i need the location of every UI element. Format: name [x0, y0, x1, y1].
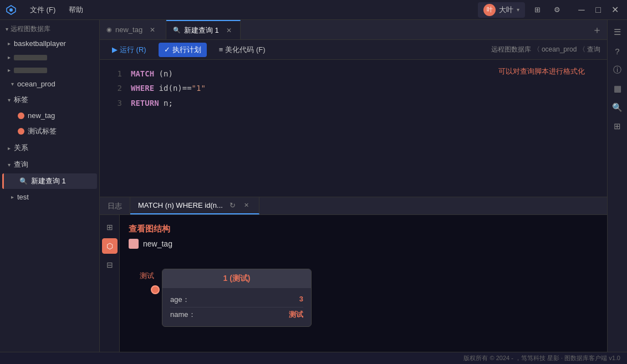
sidebar-item-query[interactable]: ▾ 查询	[2, 157, 97, 172]
sidebar-label-ocean-prod: ocean_prod	[17, 80, 55, 88]
rs-table-icon[interactable]: ▦	[610, 81, 625, 96]
run-button[interactable]: ▶ 运行 (R)	[106, 43, 152, 57]
search-icon: 🔍	[173, 27, 181, 34]
right-panel: ◉ new_tag ✕ 🔍 新建查询 1 ✕ ＋ ▶ 运行 (R) ✓ 执行计划	[100, 20, 607, 352]
bottom-tab-close[interactable]: ✕	[242, 201, 251, 210]
legend-label: new_tag	[143, 239, 172, 248]
menu-file[interactable]: 文件 (F)	[24, 3, 61, 17]
code-line-3: 3 RETURN n;	[100, 96, 607, 110]
code-editor[interactable]: 可以对查询脚本进行格式化 1 MATCH (n) 2 WHERE id(n)==…	[100, 60, 607, 197]
tab-label-new-query: 新建查询 1	[184, 25, 219, 35]
sidebar-label-test-tag: 测试标签	[28, 126, 57, 136]
sidebar-section-remote-label: 远程图数据库	[11, 24, 50, 34]
sidebar-item-gray2[interactable]: ▸	[2, 64, 97, 76]
search-icon: 🔍	[19, 177, 28, 185]
graph-content: 查看图结构 new_tag 测试 1 (测试)	[120, 215, 607, 352]
sidebar-label-tags: 标签	[14, 95, 28, 105]
user-menu[interactable]: 叶 大叶 ▾	[478, 2, 525, 18]
tooltip-value-name: 测试	[289, 310, 303, 320]
sidebar-item-test[interactable]: ▸ test	[2, 190, 97, 204]
node-label: 测试	[140, 271, 154, 281]
run-icon: ▶	[112, 45, 118, 54]
editor-area: 可以对查询脚本进行格式化 1 MATCH (n) 2 WHERE id(n)==…	[100, 60, 607, 352]
pin-icon[interactable]: ⊞	[529, 2, 545, 18]
format-icon: ≡	[219, 45, 223, 54]
sidebar-section-remote[interactable]: ▾ 远程图数据库	[0, 20, 99, 36]
tooltip-key-name: name：	[170, 310, 196, 320]
line-number-2: 2	[109, 82, 122, 94]
bottom-panel: 日志 MATCH (n) WHERE id(n... ↻ ✕ ⊞ ⬡ ⊟	[100, 197, 607, 352]
tab-new-tag[interactable]: ◉ new_tag ✕	[100, 20, 166, 39]
chevron-down-icon: ▾	[8, 97, 11, 103]
sidebar-label-relation: 关系	[14, 143, 28, 153]
run-label: 运行 (R)	[120, 45, 146, 55]
sidebar-item-relation[interactable]: ▸ 关系	[2, 140, 97, 156]
node-area: 测试 1 (测试) age： 3 na	[129, 258, 598, 343]
tab-add-button[interactable]: ＋	[587, 20, 607, 39]
rs-search-icon[interactable]: 🔍	[610, 100, 625, 115]
code-line-2: 2 WHERE id(n)=="1"	[100, 81, 607, 95]
main-layout: ▾ 远程图数据库 ▸ basketballplayer ▸ ▸ ▾ ocean_…	[0, 20, 627, 352]
svg-point-1	[9, 8, 13, 12]
tooltip-row-age: age： 3	[170, 293, 303, 307]
graph-view-icon[interactable]: ⬡	[102, 238, 118, 254]
sidebar-item-tags[interactable]: ▾ 标签	[2, 92, 97, 107]
format-tooltip: 可以对查询脚本进行格式化	[498, 66, 585, 76]
tooltip-row-name: name： 测试	[170, 307, 303, 322]
close-button[interactable]: ✕	[607, 2, 623, 18]
refresh-icon[interactable]: ↻	[226, 201, 239, 209]
window-controls: ─ □ ✕	[574, 2, 623, 18]
rs-help-icon[interactable]: ?	[610, 43, 625, 59]
breadcrumb: 远程图数据库 〈 ocean_prod 〈 查询	[491, 45, 600, 54]
tab-close-new-query[interactable]: ✕	[225, 26, 233, 35]
settings-icon[interactable]: ⚙	[549, 2, 565, 18]
chevron-down-icon: ▾	[517, 7, 519, 13]
node-tooltip: 1 (测试) age： 3 name： 测试	[162, 269, 312, 327]
tab-new-query[interactable]: 🔍 新建查询 1 ✕	[166, 20, 241, 39]
sidebar-item-ocean-prod[interactable]: ▾ ocean_prod	[2, 77, 97, 91]
chevron-right-icon: ▸	[8, 145, 11, 151]
sidebar-label-basketball: basketballplayer	[14, 39, 66, 48]
node-dot[interactable]	[151, 285, 160, 294]
line-number-1: 1	[109, 68, 122, 80]
toolbar: ▶ 运行 (R) ✓ 执行计划 ≡ 美化代码 (F) 远程图数据库 〈 ocea…	[100, 40, 607, 60]
avatar: 叶	[483, 4, 496, 16]
maximize-button[interactable]: □	[590, 2, 606, 18]
bottom-tab-query[interactable]: MATCH (n) WHERE id(n... ↻ ✕	[130, 197, 259, 214]
beautify-button[interactable]: ≡ 美化代码 (F)	[213, 43, 271, 57]
beautify-label: 美化代码 (F)	[225, 45, 265, 55]
circle-icon: ◉	[106, 26, 112, 33]
menu-bar: 文件 (F) 帮助	[24, 3, 89, 17]
minimize-button[interactable]: ─	[574, 2, 589, 18]
code-text-2: WHERE id(n)=="1"	[131, 82, 206, 94]
rs-info-icon[interactable]: ⓘ	[610, 62, 625, 78]
title-bar: 文件 (F) 帮助 叶 大叶 ▾ ⊞ ⚙ ─ □ ✕	[0, 0, 627, 20]
gray-label-1	[14, 55, 47, 60]
user-name: 大叶	[499, 5, 513, 15]
chevron-down-icon: ▾	[8, 162, 11, 168]
table-icon[interactable]: ⊞	[102, 219, 118, 235]
menu-help[interactable]: 帮助	[63, 3, 89, 17]
tab-label-new-tag: new_tag	[115, 25, 142, 34]
title-bar-right: 叶 大叶 ▾ ⊞ ⚙ ─ □ ✕	[478, 2, 623, 18]
legend-color-box	[129, 239, 139, 249]
sidebar-item-basketball[interactable]: ▸ basketballplayer	[2, 37, 97, 50]
tooltip-key-age: age：	[170, 295, 190, 305]
chevron-down-icon: ▾	[6, 26, 8, 32]
rs-menu-icon[interactable]: ☰	[610, 24, 625, 40]
line-number-3: 3	[109, 97, 122, 109]
sidebar-item-new-tag[interactable]: new_tag	[2, 109, 97, 122]
sidebar-item-test-tag[interactable]: 测试标签	[2, 124, 97, 139]
sidebar-item-gray1[interactable]: ▸	[2, 52, 97, 63]
sidebar-item-new-query[interactable]: 🔍 新建查询 1	[2, 173, 97, 189]
bottom-tab-log[interactable]: 日志	[100, 197, 130, 214]
graph-area: ⊞ ⬡ ⊟ 查看图结构 new_tag 测试	[100, 215, 607, 352]
list-icon[interactable]: ⊟	[102, 257, 118, 273]
tag-icon-pink2	[18, 128, 24, 135]
sidebar-label-new-query: 新建查询 1	[31, 176, 66, 186]
rs-grid-icon[interactable]: ⊞	[610, 119, 625, 134]
breadcrumb-text: 远程图数据库 〈 ocean_prod 〈 查询	[491, 45, 600, 54]
execute-button[interactable]: ✓ 执行计划	[159, 43, 207, 57]
code-text-1: MATCH (n)	[131, 68, 173, 80]
tab-close-new-tag[interactable]: ✕	[148, 25, 157, 34]
